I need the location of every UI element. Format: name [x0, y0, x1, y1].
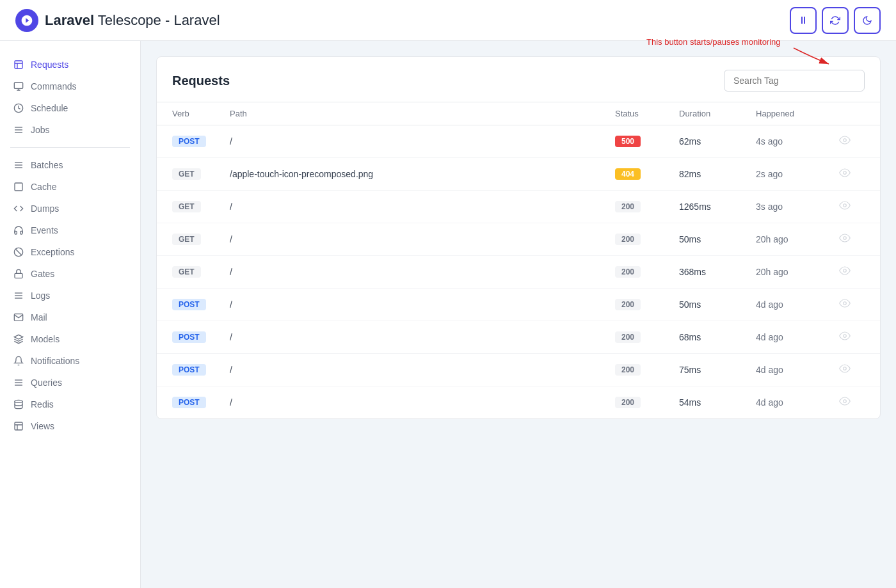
sidebar-label-exceptions: Exceptions — [31, 247, 74, 257]
batches-icon — [13, 159, 24, 171]
views-icon — [13, 420, 24, 432]
sidebar-item-commands[interactable]: Commands — [0, 75, 140, 97]
sidebar-item-jobs[interactable]: Jobs — [0, 119, 140, 141]
cell-duration: 75ms — [679, 365, 756, 375]
verb-badge: GET — [172, 168, 201, 180]
table-row[interactable]: POST / 200 54ms 4d ago — [157, 386, 880, 418]
cell-path: / — [230, 365, 615, 375]
cache-icon — [13, 181, 24, 193]
cell-status: 200 — [615, 234, 679, 245]
col-header-happened: Happened — [756, 109, 839, 118]
view-icon[interactable] — [839, 167, 865, 181]
search-tag-input[interactable] — [724, 70, 865, 91]
table-row[interactable]: GET / 200 1265ms 3s ago — [157, 191, 880, 223]
cell-happened: 4d ago — [756, 365, 839, 375]
sidebar-item-schedule[interactable]: Schedule — [0, 97, 140, 119]
svg-rect-13 — [15, 273, 22, 278]
svg-rect-2 — [14, 83, 22, 88]
cell-status: 200 — [615, 201, 679, 212]
col-header-action — [839, 109, 865, 118]
svg-point-24 — [844, 171, 847, 175]
cell-path: /apple-touch-icon-precomposed.png — [230, 169, 615, 179]
view-icon[interactable] — [839, 298, 865, 312]
requests-icon — [13, 59, 24, 70]
sidebar-item-queries[interactable]: Queries — [0, 372, 140, 393]
view-icon[interactable] — [839, 330, 865, 344]
cell-verb: POST — [172, 397, 230, 408]
view-icon[interactable] — [839, 232, 865, 246]
col-header-duration: Duration — [679, 109, 756, 118]
theme-button[interactable] — [854, 7, 881, 34]
requests-panel: Requests Verb Path Status Duration Happe… — [156, 56, 881, 419]
verb-badge: POST — [172, 331, 206, 343]
cell-status: 200 — [615, 331, 679, 343]
cell-status: 404 — [615, 168, 679, 180]
sidebar-item-dumps[interactable]: Dumps — [0, 198, 140, 219]
cell-verb: POST — [172, 331, 230, 343]
exceptions-icon — [13, 246, 24, 258]
sidebar-item-events[interactable]: Events — [0, 219, 140, 241]
verb-badge: POST — [172, 299, 206, 310]
view-icon[interactable] — [839, 395, 865, 409]
table-row[interactable]: GET / 200 50ms 20h ago — [157, 223, 880, 256]
sidebar-item-mail[interactable]: Mail — [0, 306, 140, 328]
sidebar-divider-1 — [10, 147, 130, 148]
dumps-icon — [13, 203, 24, 214]
pause-button[interactable]: ⏸ — [790, 7, 817, 34]
svg-point-21 — [15, 400, 22, 402]
cell-duration: 50ms — [679, 234, 756, 244]
sidebar-item-cache[interactable]: Cache — [0, 176, 140, 198]
cell-verb: GET — [172, 168, 230, 180]
refresh-button[interactable] — [822, 7, 849, 34]
cell-path: / — [230, 234, 615, 244]
table-row[interactable]: GET /apple-touch-icon-precomposed.png 40… — [157, 158, 880, 191]
sidebar-label-batches: Batches — [31, 160, 63, 170]
view-icon[interactable] — [839, 265, 865, 279]
sidebar: Requests Commands Schedule Jobs Batches — [0, 41, 141, 588]
verb-badge: POST — [172, 136, 206, 147]
verb-badge: GET — [172, 266, 201, 278]
status-badge: 200 — [615, 331, 641, 343]
status-badge: 200 — [615, 234, 641, 245]
view-icon[interactable] — [839, 134, 865, 148]
sidebar-label-gates: Gates — [31, 269, 54, 279]
sidebar-item-logs[interactable]: Logs — [0, 285, 140, 306]
svg-point-25 — [844, 204, 847, 207]
table-row[interactable]: POST / 500 62ms 4s ago — [157, 125, 880, 158]
cell-path: / — [230, 299, 615, 310]
cell-path: / — [230, 202, 615, 212]
sidebar-label-dumps: Dumps — [31, 203, 59, 214]
table-row[interactable]: GET / 200 368ms 20h ago — [157, 256, 880, 289]
svg-point-29 — [844, 335, 847, 338]
cell-path: / — [230, 267, 615, 277]
sidebar-label-queries: Queries — [31, 377, 62, 388]
svg-rect-10 — [15, 183, 22, 191]
col-header-path: Path — [230, 109, 615, 118]
sidebar-item-redis[interactable]: Redis — [0, 393, 140, 415]
redis-icon — [13, 399, 24, 410]
table-row[interactable]: POST / 200 50ms 4d ago — [157, 289, 880, 321]
queries-icon — [13, 377, 24, 388]
sidebar-item-gates[interactable]: Gates — [0, 263, 140, 285]
sidebar-item-notifications[interactable]: Notifications — [0, 350, 140, 372]
cell-happened: 4s ago — [756, 136, 839, 147]
cell-path: / — [230, 397, 615, 408]
view-icon[interactable] — [839, 200, 865, 214]
col-header-status: Status — [615, 109, 679, 118]
cell-path: / — [230, 136, 615, 147]
sidebar-label-requests: Requests — [31, 60, 68, 70]
panel-title: Requests — [172, 74, 230, 88]
sidebar-item-requests[interactable]: Requests — [0, 54, 140, 75]
jobs-icon — [13, 124, 24, 136]
table-row[interactable]: POST / 200 68ms 4d ago — [157, 321, 880, 354]
table-row[interactable]: POST / 200 75ms 4d ago — [157, 354, 880, 386]
sidebar-item-models[interactable]: Models — [0, 328, 140, 350]
sidebar-item-exceptions[interactable]: Exceptions — [0, 241, 140, 263]
topnav: Laravel Telescope - Laravel ⏸ — [0, 0, 896, 41]
view-icon[interactable] — [839, 363, 865, 377]
sidebar-item-batches[interactable]: Batches — [0, 154, 140, 176]
cell-happened: 4d ago — [756, 299, 839, 310]
sidebar-label-views: Views — [31, 421, 54, 431]
sidebar-item-views[interactable]: Views — [0, 415, 140, 437]
sidebar-label-schedule: Schedule — [31, 103, 68, 113]
